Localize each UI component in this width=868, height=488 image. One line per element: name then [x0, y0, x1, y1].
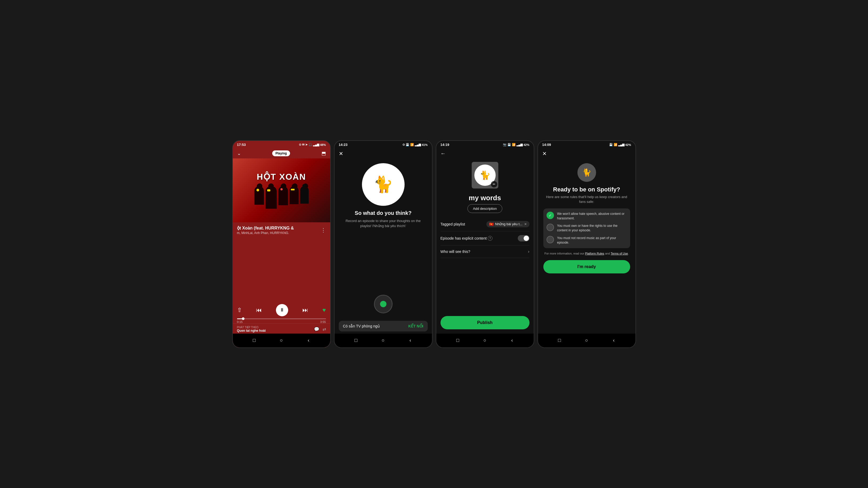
- progress-bar[interactable]: [237, 318, 326, 319]
- rule-check-2: [547, 224, 554, 231]
- wifi-s2-icon: 📶: [410, 143, 414, 147]
- pause-button[interactable]: ⏸: [276, 304, 288, 316]
- podcast-name: my words: [436, 194, 534, 202]
- record-button[interactable]: [374, 295, 393, 313]
- circle-nav-btn-s3[interactable]: ○: [482, 337, 488, 344]
- screen2-battery: 41%: [422, 143, 428, 147]
- connect-link[interactable]: KẾT NỐI: [408, 324, 424, 328]
- screen3-nav-bar: □ ○ ‹: [436, 334, 534, 348]
- add-description-button[interactable]: Add description: [467, 204, 503, 213]
- progress-fill: [237, 318, 243, 319]
- screen3-battery: 42%: [523, 143, 529, 147]
- rule-item-2: You must own or have the rights to use t…: [547, 224, 627, 233]
- who-sees-label: Who will see this?: [440, 250, 470, 254]
- save-s2-icon: 💾: [406, 143, 409, 147]
- screen4-content: Ready to be on Spotify? Here are some ru…: [538, 182, 636, 334]
- terms-section: For more information, read our Platform …: [543, 251, 630, 256]
- square-nav-btn-s3[interactable]: □: [455, 337, 461, 344]
- message-icon: ✉: [302, 143, 304, 147]
- silhouette-4: [289, 186, 299, 204]
- terms-before-text: For more information, read our: [545, 252, 585, 255]
- back-nav-btn-s3[interactable]: ‹: [509, 337, 515, 344]
- arrow-icon: ➤: [305, 143, 308, 147]
- screens-container: 17:53 ⊙ ✉ ➤ 🎧 ▂▄▆ 48% ⌄ Playing ⬒ HỘT XO…: [227, 135, 641, 353]
- cast-icon[interactable]: ⬒: [321, 151, 326, 156]
- close-icon[interactable]: ✕: [339, 151, 343, 157]
- playback-controls: ⇧ ⏮ ⏸ ⏭ ♥: [233, 302, 330, 318]
- shuffle-icon[interactable]: ⇄: [322, 327, 326, 332]
- signal-s2-bars: ▂▄▆: [415, 143, 421, 147]
- screen2-nav-bar: □ ○ ‹: [335, 334, 432, 348]
- square-nav-btn-s4[interactable]: □: [556, 337, 563, 344]
- screen2-status-icons: ⊙ 💾 📶 ▂▄▆ 41%: [402, 143, 428, 147]
- screen4-battery: 42%: [625, 143, 631, 147]
- back-arrow-icon[interactable]: ←: [440, 151, 446, 157]
- heart-icon[interactable]: ♥: [322, 307, 326, 314]
- prev-icon[interactable]: ⏮: [256, 307, 262, 314]
- chat-icon[interactable]: 💬: [314, 327, 319, 332]
- silhouette-3: [278, 186, 288, 205]
- episode-title: So what do you think?: [355, 210, 411, 216]
- square-nav-btn-s2[interactable]: □: [353, 337, 359, 344]
- episode-desc: Record an episode to share your thoughts…: [341, 218, 426, 229]
- edit-overlay-icon[interactable]: ✏: [491, 181, 497, 188]
- share-icon[interactable]: ⇧: [237, 307, 242, 314]
- explicit-content-row: Episode has explicit content ?: [440, 231, 529, 246]
- back-nav-btn-s2[interactable]: ‹: [407, 337, 414, 344]
- publish-button[interactable]: Publish: [440, 316, 529, 329]
- silhouette-1: [254, 186, 264, 205]
- playlist-name: Những bài yêu t...: [495, 222, 523, 226]
- screen1-info: ột Xoàn (feat. HURRYKNG & m, MinhLai, An…: [233, 222, 330, 302]
- wifi-s4-icon: 📶: [614, 143, 617, 147]
- playlist-remove-icon[interactable]: ✕: [524, 222, 527, 226]
- screen4-nav-bar: □ ○ ‹: [538, 334, 636, 348]
- next-icon[interactable]: ⏭: [302, 307, 308, 314]
- screen1-music-player: 17:53 ⊙ ✉ ➤ 🎧 ▂▄▆ 48% ⌄ Playing ⬒ HỘT XO…: [232, 140, 331, 348]
- save-s4-icon: 💾: [609, 143, 613, 147]
- next-label: PHÁT TIẾP THEO: [237, 326, 266, 329]
- who-sees-row: Who will see this? ›: [440, 246, 529, 258]
- screen4-status-icons: 💾 📶 ▂▄▆ 42%: [609, 143, 631, 147]
- signal-s4-bars: ▂▄▆: [618, 143, 625, 147]
- more-icon[interactable]: ⋮: [321, 227, 326, 233]
- podcast-image-inner: 🐈: [367, 168, 399, 200]
- album-title: HỘT XOÀN: [257, 172, 306, 182]
- screen1-time: 17:53: [237, 143, 246, 147]
- rule-item-1: ✓ We won't allow hate speech, abusive co…: [547, 212, 627, 221]
- record-dot: [380, 301, 386, 307]
- circle-nav-btn-s4[interactable]: ○: [584, 337, 590, 344]
- screen3-status-icons: 📷 💾 📶 ▂▄▆ 42%: [503, 143, 529, 147]
- ready-title: Ready to be on Spotify?: [543, 186, 630, 193]
- album-art: HỘT XOÀN: [233, 158, 330, 222]
- back-nav-btn-s4[interactable]: ‹: [611, 337, 617, 344]
- screen3-time: 14:19: [440, 143, 449, 147]
- terms-of-use-link[interactable]: Terms of Use: [611, 252, 628, 255]
- screen1-header: ⌄ Playing ⬒: [233, 148, 330, 158]
- screen4-time: 14:09: [542, 143, 551, 147]
- close-s4-icon[interactable]: ✕: [542, 151, 547, 157]
- track-artist: m, MinhLai, Anh Phan, HURRYKNG.: [237, 231, 294, 235]
- podcast-image-circle: 🐈: [362, 163, 405, 206]
- headphone-icon: 🎧: [308, 143, 312, 147]
- explicit-help-icon[interactable]: ?: [488, 236, 492, 241]
- square-nav-btn[interactable]: □: [251, 337, 257, 344]
- chevron-down-icon[interactable]: ⌄: [237, 151, 241, 156]
- circle-nav-btn[interactable]: ○: [278, 337, 285, 344]
- tagged-playlist-label: Tagged playlist: [440, 222, 465, 226]
- signal-bars: ▂▄▆: [313, 143, 319, 147]
- platform-rules-link[interactable]: Platform Rules: [585, 252, 604, 255]
- playlist-tag: 🇻🇳 Những bài yêu t... ✕: [486, 221, 529, 227]
- ready-button[interactable]: I'm ready: [543, 260, 630, 273]
- playing-badge: Playing: [272, 151, 290, 156]
- screen3-form: Tagged playlist 🇻🇳 Những bài yêu t... ✕ …: [436, 217, 534, 312]
- explicit-toggle[interactable]: [518, 235, 529, 241]
- connect-bar: Có sẵn TV phòng ngủ KẾT NỐI: [339, 321, 428, 331]
- total-time: 3:55: [320, 320, 326, 323]
- screen1-nav-bar: □ ○ ‹: [233, 334, 330, 348]
- screen2-content: So what do you think? Record an episode …: [335, 210, 432, 289]
- circle-nav-btn-s2[interactable]: ○: [380, 337, 386, 344]
- back-nav-btn[interactable]: ‹: [306, 337, 312, 344]
- rule-text-1: We won't allow hate speech, abusive cont…: [557, 212, 627, 221]
- tagged-playlist-row: Tagged playlist 🇻🇳 Những bài yêu t... ✕: [440, 217, 529, 231]
- podcast-cover[interactable]: 🐈 ✏: [472, 162, 498, 189]
